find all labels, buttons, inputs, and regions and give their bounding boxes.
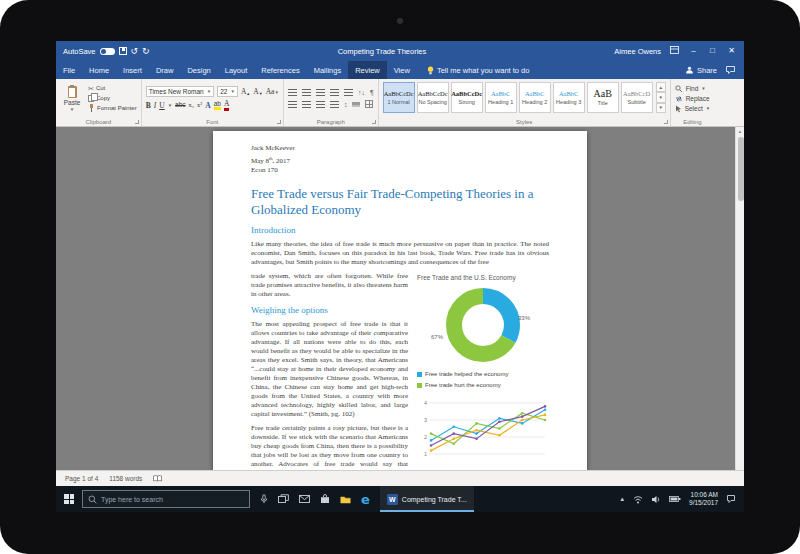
font-color-button[interactable]: A [224,100,229,111]
line-chart[interactable]: 1234 [417,395,549,470]
style-subtitle[interactable]: AaBbCcD Subtitle [621,82,653,113]
tab-design[interactable]: Design [180,61,217,79]
align-right-icon[interactable] [316,101,325,108]
volume-icon[interactable] [651,495,661,504]
maximize-button[interactable]: □ [707,47,718,55]
task-view-icon[interactable] [278,494,289,504]
tab-references[interactable]: References [254,61,306,79]
donut-chart-object[interactable]: 33% 67% [417,284,549,366]
show-marks-icon[interactable]: ¶ [370,89,374,96]
justify-icon[interactable] [330,101,339,108]
tab-review[interactable]: Review [348,61,387,79]
tab-layout[interactable]: Layout [218,61,255,79]
start-button[interactable] [56,486,82,512]
autosave-toggle[interactable] [100,48,115,55]
sort-icon[interactable]: ↑↓ [358,89,365,96]
tab-file[interactable]: File [56,61,82,79]
tell-me-box[interactable]: Tell me what you want to do [427,66,530,75]
font-size-combo[interactable]: 22▼ [217,86,238,97]
text-effects-button[interactable]: A [205,102,210,110]
multilevel-list-icon[interactable] [316,89,325,96]
format-painter-button[interactable]: Format Painter [88,104,137,113]
styles-scroll-down-icon[interactable]: ▼ [656,92,666,102]
styles-scroll-up-icon[interactable]: ▲ [656,82,666,92]
bullet-list-icon[interactable] [288,89,297,96]
style-heading-3[interactable]: AaBbC Heading 3 [553,82,585,113]
numbered-list-icon[interactable] [302,89,311,96]
font-dialog-launcher[interactable] [277,120,281,124]
microphone-icon[interactable] [260,494,268,504]
font-family-combo[interactable]: Times New Roman▼ [146,86,215,97]
scrollbar-up-icon[interactable]: ▲ [736,127,744,136]
battery-icon[interactable] [669,495,681,503]
tab-mailings[interactable]: Mailings [307,61,349,79]
style-no-spacing[interactable]: AaBbCcDc No Spacing [417,82,449,113]
close-button[interactable]: ✕ [726,47,737,55]
superscript-button[interactable]: x² [197,102,202,109]
taskbar-word-window[interactable]: W Competing Trade T... [380,486,474,512]
clipboard-dialog-launcher[interactable] [135,120,139,124]
vertical-scrollbar[interactable]: ▲ [735,127,744,470]
highlight-button[interactable]: ab [214,101,221,111]
tab-insert[interactable]: Insert [116,61,149,79]
tab-home[interactable]: Home [82,61,116,79]
page-indicator[interactable]: Page 1 of 4 [65,475,98,482]
ribbon-display-options-icon[interactable] [669,46,680,56]
replace-button[interactable]: Replace [675,95,711,103]
align-center-icon[interactable] [302,101,311,108]
account-name[interactable]: Aimee Owens [614,47,661,56]
line-spacing-icon[interactable]: ↕ [344,101,348,108]
action-center-icon[interactable] [726,494,736,504]
underline-caret-icon[interactable]: ▼ [168,103,172,108]
grow-font-button[interactable]: A▲ [241,88,250,96]
taskbar-search-input[interactable]: Type here to search [82,490,250,508]
hidden-icons-chevron[interactable]: ▲ [619,496,625,502]
document-canvas[interactable]: Jack McKeever May 8th, 2017 Econ 170 Fre… [56,127,744,470]
shading-icon[interactable] [352,102,360,107]
style-normal[interactable]: AaBbCcDc 1 Normal [383,82,415,113]
styles-more-icon[interactable]: ▼ [656,103,666,113]
find-button[interactable]: Find▼ [675,85,711,93]
borders-icon[interactable] [365,100,373,108]
italic-button[interactable]: I [154,102,157,110]
select-button[interactable]: Select▼ [675,105,711,113]
mail-icon[interactable] [299,495,310,503]
edge-icon[interactable]: e [361,493,370,506]
style-heading-1[interactable]: AaBbC Heading 1 [485,82,517,113]
decrease-indent-icon[interactable] [330,89,339,96]
styles-dialog-launcher[interactable] [664,120,668,124]
proofing-icon[interactable] [153,475,162,482]
tab-draw[interactable]: Draw [149,61,181,79]
comments-icon[interactable] [726,66,735,74]
document-page[interactable]: Jack McKeever May 8th, 2017 Econ 170 Fre… [213,131,587,470]
change-case-button[interactable]: Aa▼ [266,88,279,96]
paragraph-dialog-launcher[interactable] [372,120,376,124]
paste-button[interactable]: Paste ▼ [60,82,84,115]
taskbar-clock[interactable]: 10:06 AM 9/15/2017 [689,491,718,507]
copy-button[interactable]: Copy [88,93,137,102]
doc-chart-column[interactable]: Free Trade and the U.S. Economy 33% 67% … [417,272,549,470]
styles-group-label: Styles [379,119,670,125]
increase-indent-icon[interactable] [344,89,353,96]
subscript-button[interactable]: x₂ [189,102,195,109]
underline-button[interactable]: U [159,102,164,110]
share-button[interactable]: Share [685,66,717,75]
strikethrough-button[interactable]: abc [175,102,185,109]
word-count[interactable]: 1158 words [109,475,142,482]
network-icon[interactable] [633,495,643,504]
redo-icon[interactable]: ↻ [142,47,150,56]
align-left-icon[interactable] [288,101,297,108]
style-strong[interactable]: AaBbCcDc Strong [451,82,483,113]
style-title[interactable]: AaB Title [587,82,619,113]
shrink-font-button[interactable]: A▼ [253,88,262,96]
style-heading-2[interactable]: AaBbC Heading 2 [519,82,551,113]
cut-button[interactable]: ✂Cut [88,85,137,92]
undo-icon[interactable]: ↺ [131,47,139,56]
file-explorer-icon[interactable] [340,495,351,504]
bold-button[interactable]: B [146,102,151,110]
minimize-button[interactable]: – [688,47,699,55]
tab-view[interactable]: View [387,61,417,79]
store-icon[interactable] [320,494,330,504]
save-icon[interactable] [119,47,127,55]
scrollbar-thumb[interactable] [738,137,744,201]
